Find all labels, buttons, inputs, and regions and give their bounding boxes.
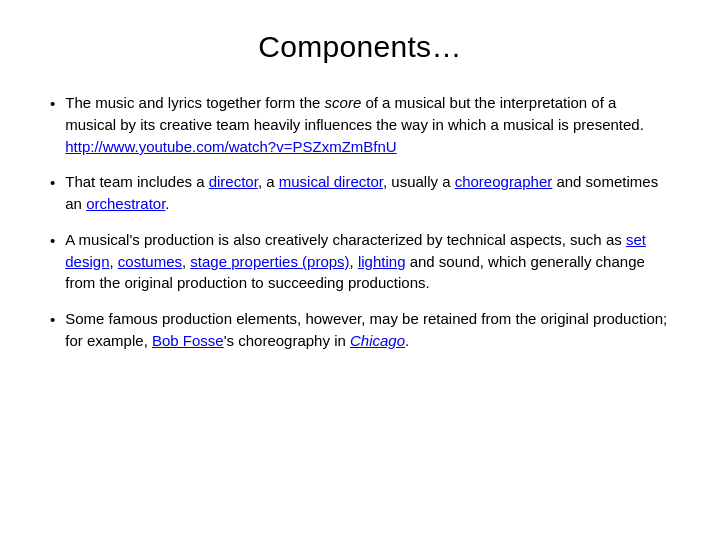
bullet-list: • The music and lyrics together form the… bbox=[50, 92, 670, 352]
list-item: • A musical's production is also creativ… bbox=[50, 229, 670, 294]
bullet-marker: • bbox=[50, 172, 55, 194]
bullet-text: Some famous production elements, however… bbox=[65, 308, 670, 352]
list-item: • Some famous production elements, howev… bbox=[50, 308, 670, 352]
score-italic: score bbox=[325, 94, 362, 111]
bullet-marker: • bbox=[50, 230, 55, 252]
bullet-text: A musical's production is also creativel… bbox=[65, 229, 670, 294]
bullet-marker: • bbox=[50, 93, 55, 115]
orchestrator-link[interactable]: orchestrator bbox=[86, 195, 165, 212]
director-link[interactable]: director bbox=[209, 173, 258, 190]
slide: Components… • The music and lyrics toget… bbox=[0, 0, 720, 540]
bullet-marker: • bbox=[50, 309, 55, 331]
chicago-link[interactable]: Chicago bbox=[350, 332, 405, 349]
choreographer-link[interactable]: choreographer bbox=[455, 173, 553, 190]
bob-fosse-link[interactable]: Bob Fosse bbox=[152, 332, 224, 349]
slide-content: • The music and lyrics together form the… bbox=[50, 92, 670, 510]
bullet-text: That team includes a director, a musical… bbox=[65, 171, 670, 215]
bullet-text: The music and lyrics together form the s… bbox=[65, 92, 670, 157]
lighting-link[interactable]: lighting bbox=[358, 253, 406, 270]
list-item: • That team includes a director, a music… bbox=[50, 171, 670, 215]
costumes-link[interactable]: costumes bbox=[118, 253, 182, 270]
musical-director-link[interactable]: musical director bbox=[279, 173, 383, 190]
slide-title: Components… bbox=[50, 30, 670, 64]
youtube-link[interactable]: http://www.youtube.com/watch?v=PSZxmZmBf… bbox=[65, 138, 396, 155]
list-item: • The music and lyrics together form the… bbox=[50, 92, 670, 157]
stage-properties-link[interactable]: stage properties (props) bbox=[190, 253, 349, 270]
